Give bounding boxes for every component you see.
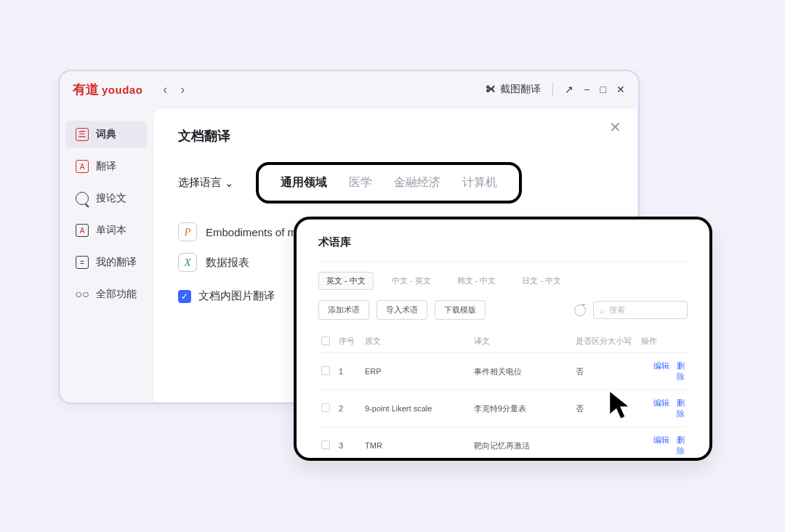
sidebar-item-all-features[interactable]: ○○ 全部功能 bbox=[65, 281, 147, 308]
app-logo: 有道 youdao bbox=[73, 81, 142, 98]
divider bbox=[318, 261, 688, 262]
langpair-tab-ja-zh[interactable]: 日文 - 中文 bbox=[514, 272, 569, 290]
cell-index: 3 bbox=[336, 427, 362, 462]
search-icon bbox=[76, 192, 89, 205]
edit-link[interactable]: 编辑 bbox=[653, 361, 669, 370]
table-row: 3 TMR 靶向记忆再激活 编辑删除 bbox=[318, 427, 688, 462]
row-checkbox[interactable] bbox=[321, 403, 330, 412]
refresh-icon[interactable] bbox=[574, 305, 586, 316]
language-pair-tabs: 英文 - 中文 中文 - 英文 韩文 - 中文 日文 - 中文 bbox=[318, 272, 688, 290]
dialog-toolbar: 添加术语 导入术语 下载模版 ⌕ 搜索 bbox=[318, 300, 688, 320]
col-case-sensitive: 是否区分大小写 bbox=[573, 330, 638, 353]
row-checkbox[interactable] bbox=[321, 366, 330, 375]
domain-tab-general[interactable]: 通用领域 bbox=[281, 175, 327, 190]
maximize-icon[interactable]: □ bbox=[600, 84, 606, 95]
select-all-checkbox[interactable] bbox=[321, 336, 330, 345]
sidebar-item-label: 搜论文 bbox=[96, 192, 126, 205]
langpair-tab-ko-zh[interactable]: 韩文 - 中文 bbox=[449, 272, 504, 290]
nav-back-icon[interactable]: ‹ bbox=[163, 82, 167, 97]
crop-icon: ✀︎ bbox=[486, 84, 496, 95]
search-icon: ⌕ bbox=[600, 305, 605, 315]
sidebar-item-label: 翻译 bbox=[96, 160, 116, 173]
checkbox-label: 文档内图片翻译 bbox=[198, 289, 275, 303]
cell-target: 李克特9分量表 bbox=[471, 390, 573, 427]
sidebar-item-label: 单词本 bbox=[96, 224, 126, 237]
language-row: 选择语言 ⌄ 通用领域 医学 金融经济 计算机 bbox=[178, 162, 613, 203]
book-icon: 三 bbox=[76, 128, 89, 141]
add-term-button[interactable]: 添加术语 bbox=[318, 300, 369, 320]
cell-target: 靶向记忆再激活 bbox=[471, 427, 573, 462]
col-target: 译文 bbox=[471, 330, 573, 353]
sidebar-item-papers[interactable]: 搜论文 bbox=[65, 185, 147, 212]
titlebar: 有道 youdao ‹ › ✀︎ 截图翻译 ↗ − □ ✕ bbox=[60, 71, 638, 108]
language-select[interactable]: 选择语言 ⌄ bbox=[178, 176, 234, 190]
wordbook-icon: A bbox=[76, 224, 89, 237]
sidebar-item-translate[interactable]: A 翻译 bbox=[65, 153, 147, 180]
sidebar-item-label: 词典 bbox=[96, 128, 116, 141]
list-icon: = bbox=[76, 256, 89, 269]
domain-tabs: 通用领域 医学 金融经济 计算机 bbox=[256, 162, 522, 203]
cell-source: TMR bbox=[362, 427, 471, 462]
table-row: 2 9-point Likert scale 李克特9分量表 否 编辑删除 bbox=[318, 390, 688, 427]
col-actions: 操作 bbox=[638, 330, 688, 353]
expand-icon[interactable]: ↗ bbox=[565, 84, 573, 95]
cell-case: 否 bbox=[573, 353, 638, 390]
cell-index: 1 bbox=[336, 353, 362, 390]
grid-icon: ○○ bbox=[76, 288, 89, 301]
file-name: 数据报表 bbox=[206, 256, 249, 270]
sidebar-item-label: 我的翻译 bbox=[96, 256, 137, 269]
domain-tab-finance[interactable]: 金融经济 bbox=[394, 175, 440, 190]
panel-close-icon[interactable]: ✕ bbox=[609, 118, 621, 136]
cell-index: 2 bbox=[336, 390, 362, 427]
domain-tab-computer[interactable]: 计算机 bbox=[462, 175, 497, 190]
col-source: 原文 bbox=[362, 330, 471, 353]
dialog-title: 术语库 bbox=[318, 235, 688, 249]
delete-link[interactable]: 删除 bbox=[677, 361, 685, 381]
file-name: Embodiments of min bbox=[206, 226, 305, 238]
cell-source: ERP bbox=[362, 353, 471, 390]
screenshot-translate-button[interactable]: ✀︎ 截图翻译 bbox=[486, 83, 541, 96]
row-checkbox[interactable] bbox=[321, 440, 330, 449]
translate-icon: A bbox=[76, 160, 89, 173]
domain-tab-medical[interactable]: 医学 bbox=[349, 175, 372, 190]
col-index: 序号 bbox=[336, 330, 362, 353]
terminology-table: 序号 原文 译文 是否区分大小写 操作 1 ERP 事件相关电位 否 编辑删除 … bbox=[318, 330, 688, 461]
nav-forward-icon[interactable]: › bbox=[180, 82, 185, 97]
terminology-dialog: 术语库 英文 - 中文 中文 - 英文 韩文 - 中文 日文 - 中文 添加术语… bbox=[294, 217, 712, 461]
sidebar-item-label: 全部功能 bbox=[96, 288, 137, 301]
panel-title: 文档翻译 bbox=[178, 127, 613, 145]
excel-icon: X bbox=[178, 253, 197, 272]
import-term-button[interactable]: 导入术语 bbox=[377, 300, 427, 320]
chevron-down-icon: ⌄ bbox=[225, 177, 234, 190]
sidebar: 三 词典 A 翻译 搜论文 A 单词本 = 我的翻译 ○○ 全部功能 bbox=[60, 108, 153, 403]
table-row: 1 ERP 事件相关电位 否 编辑删除 bbox=[318, 353, 688, 390]
sidebar-item-my-translations[interactable]: = 我的翻译 bbox=[65, 249, 147, 276]
edit-link[interactable]: 编辑 bbox=[653, 398, 669, 407]
download-template-button[interactable]: 下载模版 bbox=[435, 300, 486, 320]
close-icon[interactable]: ✕ bbox=[616, 84, 625, 95]
pdf-icon: P bbox=[178, 222, 197, 241]
divider bbox=[552, 82, 553, 97]
langpair-tab-zh-en[interactable]: 中文 - 英文 bbox=[384, 272, 439, 290]
delete-link[interactable]: 删除 bbox=[677, 398, 685, 418]
sidebar-item-dictionary[interactable]: 三 词典 bbox=[65, 121, 147, 148]
logo-en: youdao bbox=[102, 84, 142, 96]
screenshot-translate-label: 截图翻译 bbox=[500, 83, 541, 96]
search-placeholder: 搜索 bbox=[609, 305, 625, 315]
search-input[interactable]: ⌕ 搜索 bbox=[593, 301, 688, 319]
logo-cn: 有道 bbox=[73, 81, 99, 98]
cell-target: 事件相关电位 bbox=[471, 353, 573, 390]
langpair-tab-en-zh[interactable]: 英文 - 中文 bbox=[318, 272, 374, 290]
cell-case: 否 bbox=[573, 390, 638, 427]
language-label: 选择语言 bbox=[178, 176, 222, 190]
delete-link[interactable]: 删除 bbox=[677, 435, 685, 455]
cell-case bbox=[573, 427, 638, 462]
edit-link[interactable]: 编辑 bbox=[653, 435, 669, 444]
sidebar-item-wordbook[interactable]: A 单词本 bbox=[65, 217, 147, 244]
minimize-icon[interactable]: − bbox=[584, 84, 589, 95]
checkbox-checked-icon: ✓ bbox=[178, 290, 191, 303]
cell-source: 9-point Likert scale bbox=[362, 390, 471, 427]
